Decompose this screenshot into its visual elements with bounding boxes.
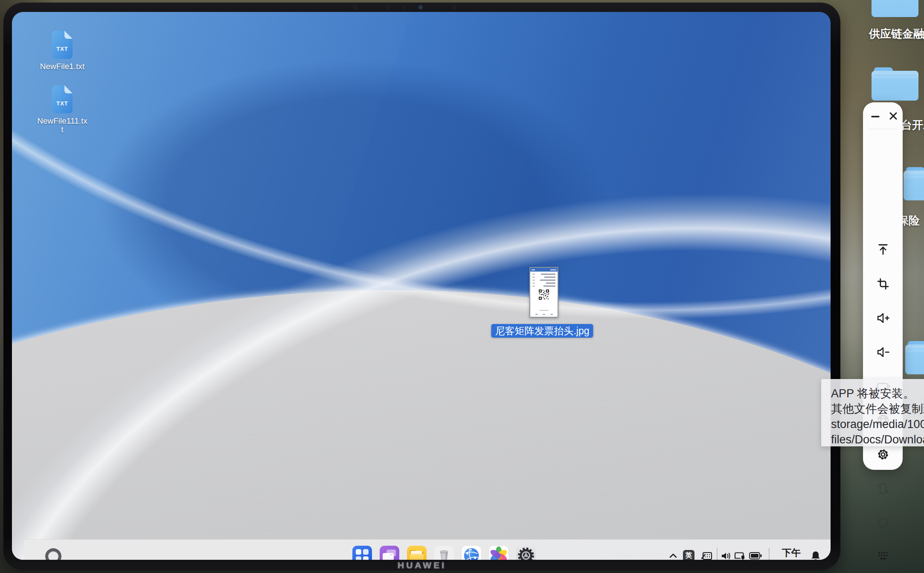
svg-text:TXT: TXT bbox=[56, 46, 68, 52]
tooltip-line: APP 将被安装。 bbox=[831, 386, 924, 401]
sync-icon[interactable] bbox=[876, 515, 890, 530]
camera-dot bbox=[353, 5, 358, 10]
trash-icon[interactable] bbox=[434, 546, 454, 560]
minimize-button[interactable] bbox=[869, 110, 882, 123]
tray-expand-chevron-icon[interactable] bbox=[668, 551, 678, 560]
app-launcher-icon[interactable] bbox=[352, 546, 372, 560]
txt-file-icon: TXT bbox=[52, 85, 73, 113]
file-name: NewFile111.txt bbox=[36, 117, 88, 134]
handwriting-keyboard-icon[interactable] bbox=[700, 550, 713, 560]
input-method-badge[interactable]: 英 bbox=[683, 550, 694, 560]
camera-dot bbox=[452, 5, 457, 10]
desktop-file-newfile1[interactable]: TXT NewFile1.txt bbox=[29, 31, 96, 71]
clock[interactable]: 下午2:49 12月12日 bbox=[773, 547, 810, 560]
close-button[interactable] bbox=[887, 110, 900, 122]
bg-folder[interactable] bbox=[872, 67, 918, 101]
tray-divider bbox=[769, 548, 770, 560]
toolbar-divider bbox=[869, 129, 897, 129]
dock: 英 下午2:49 12月12日 bbox=[24, 539, 831, 560]
gallery-icon[interactable] bbox=[489, 546, 508, 560]
scroll-to-top-icon[interactable] bbox=[876, 242, 890, 257]
tray-divider bbox=[717, 548, 718, 560]
settings-gear-icon[interactable] bbox=[876, 447, 890, 462]
volume-down-icon[interactable] bbox=[876, 345, 890, 359]
invoice-thumbnail-image[interactable] bbox=[529, 267, 558, 318]
txt-file-icon: TXT bbox=[52, 31, 73, 59]
bg-folder[interactable] bbox=[904, 167, 924, 201]
rotate-screen-icon[interactable] bbox=[876, 481, 890, 496]
screenshot-crop-icon[interactable] bbox=[876, 277, 890, 291]
file-name: NewFile1.txt bbox=[29, 62, 96, 71]
settings-app-icon[interactable] bbox=[516, 546, 536, 560]
thumb-statusbar bbox=[530, 268, 558, 272]
camera-dot bbox=[385, 5, 390, 10]
tooltip-line: storage/media/100/ bbox=[831, 417, 924, 432]
bg-folder[interactable] bbox=[872, 0, 918, 18]
volume-up-icon[interactable] bbox=[876, 311, 890, 325]
camera-dot bbox=[402, 5, 407, 9]
desktop-file-newfile111[interactable]: TXT NewFile111.txt bbox=[36, 85, 88, 134]
brand-logo: HUAWEI bbox=[379, 560, 465, 570]
volume-icon[interactable] bbox=[720, 550, 732, 560]
bg-folder-label: 台开发 bbox=[901, 118, 924, 133]
bg-folder[interactable] bbox=[905, 341, 924, 375]
time-text: 下午2:49 bbox=[773, 547, 810, 560]
files-app-icon[interactable] bbox=[407, 546, 427, 560]
dock-ring-button[interactable] bbox=[45, 548, 61, 560]
bg-folder-label: 供应链金融 bbox=[869, 26, 924, 41]
notification-bell-icon[interactable] bbox=[809, 550, 822, 560]
svg-text:TXT: TXT bbox=[56, 100, 68, 107]
install-tooltip: APP 将被安装。 其他文件会被复制到 storage/media/100/ f… bbox=[821, 379, 924, 446]
sensor-dot bbox=[436, 6, 439, 9]
keyboard-icon[interactable] bbox=[876, 548, 890, 563]
selected-file-label[interactable]: 尼客矩阵发票抬头.jpg bbox=[491, 324, 593, 338]
browser-icon[interactable] bbox=[462, 546, 481, 560]
tablet-screen: TXT NewFile1.txt TXT NewFile111.txt bbox=[12, 12, 831, 560]
multitasking-icon[interactable] bbox=[380, 546, 399, 560]
host-desktop: { "device": { "brand": "HUAWEI" }, "desk… bbox=[0, 0, 924, 573]
qr-code bbox=[538, 289, 549, 300]
battery-icon[interactable] bbox=[749, 551, 762, 560]
camera-icon bbox=[418, 5, 423, 9]
cast-display-icon[interactable] bbox=[733, 550, 746, 560]
tooltip-line: 其他文件会被复制到 bbox=[831, 401, 924, 417]
tooltip-line: files/Docs/Download bbox=[831, 432, 924, 447]
